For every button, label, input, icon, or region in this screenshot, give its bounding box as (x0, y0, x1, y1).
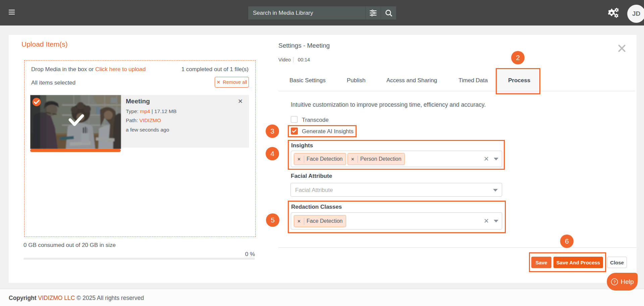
svg-text:?: ? (613, 279, 616, 284)
